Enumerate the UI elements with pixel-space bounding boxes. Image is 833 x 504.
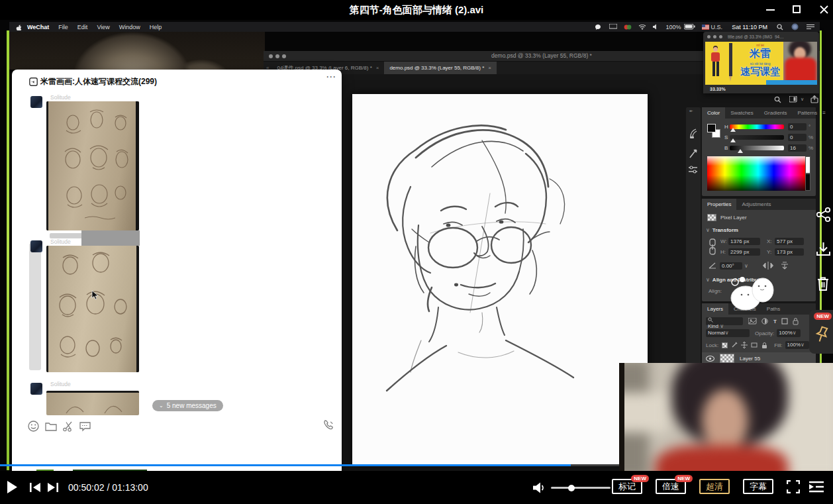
fill-dropdown[interactable]: 100%∨: [785, 341, 809, 349]
hue-slider[interactable]: [730, 125, 784, 129]
video-frame[interactable]: WeChat File Edit View Window Help 100% U…: [0, 20, 833, 471]
chat-image-sketch-1[interactable]: [46, 101, 139, 230]
filter-adjustment-icon[interactable]: [761, 318, 769, 325]
lock-all-icon[interactable]: [761, 342, 767, 349]
speed-button[interactable]: 倍速 NEW: [656, 479, 686, 494]
hue-value[interactable]: 0: [788, 123, 807, 130]
float-minimize-icon[interactable]: [713, 35, 716, 38]
workspace-chevron-icon[interactable]: ∨: [801, 97, 804, 102]
tab-swatches[interactable]: Swatches: [725, 107, 759, 119]
pin-panel[interactable]: NEW: [809, 310, 833, 354]
saturation-value[interactable]: 0: [788, 134, 807, 141]
volume-slider[interactable]: [551, 487, 611, 489]
spotlight-icon[interactable]: [777, 24, 783, 30]
spectrum-black-chip[interactable]: [805, 174, 810, 191]
siri-icon[interactable]: [791, 23, 799, 30]
wifi-icon[interactable]: [638, 24, 646, 30]
menu-file[interactable]: File: [58, 24, 68, 30]
volume-slider-thumb[interactable]: [568, 485, 575, 491]
close-button[interactable]: [820, 5, 828, 14]
wechat-status-icon[interactable]: [595, 24, 603, 30]
avatar[interactable]: [30, 383, 42, 395]
menubar-app-name[interactable]: WeChat: [27, 24, 49, 30]
saturation-slider[interactable]: [730, 135, 784, 140]
previous-button[interactable]: [30, 483, 40, 492]
play-button[interactable]: [7, 480, 18, 494]
layer-visibility-eye-icon[interactable]: [706, 356, 714, 362]
search-icon[interactable]: [774, 96, 781, 103]
color-spectrum-picker[interactable]: [707, 156, 805, 191]
input-region-label[interactable]: U.S.: [711, 24, 723, 30]
us-flag-icon[interactable]: [702, 25, 709, 30]
avatar[interactable]: [30, 96, 42, 108]
opacity-dropdown[interactable]: 100%∨: [777, 329, 801, 337]
document-tab-demo[interactable]: demo.psd @ 33.3% (Layer 55, RGB/8) *×: [384, 62, 497, 74]
lock-move-icon[interactable]: [741, 342, 748, 348]
tab-color[interactable]: Color: [702, 107, 725, 119]
brightness-slider-thumb[interactable]: [738, 149, 743, 153]
fullscreen-button[interactable]: [787, 480, 800, 493]
lock-paint-icon[interactable]: [731, 342, 738, 348]
screenshot-scissors-icon[interactable]: [63, 421, 74, 432]
history-brush-icon[interactable]: [689, 128, 698, 139]
filter-smart-icon[interactable]: [793, 318, 799, 325]
volume-icon[interactable]: [533, 482, 546, 493]
control-center-icon[interactable]: [807, 24, 814, 30]
menu-help[interactable]: Help: [150, 24, 162, 30]
blend-mode-dropdown[interactable]: Normal∨: [706, 329, 750, 337]
maximize-button[interactable]: [793, 5, 801, 13]
chat-more-button[interactable]: ⋯: [326, 71, 336, 83]
chat-image-sketch-3[interactable]: [46, 391, 139, 415]
float-zoom-level[interactable]: 33.33%: [710, 87, 726, 91]
filter-pixel-icon[interactable]: [748, 318, 757, 325]
photoshop-canvas[interactable]: [352, 94, 648, 465]
x-value[interactable]: 577 px: [775, 238, 804, 245]
minimize-button[interactable]: [766, 9, 775, 11]
trash-icon[interactable]: [815, 275, 831, 292]
menubar-clock[interactable]: Sat 11:10 PM: [732, 24, 767, 30]
quality-button[interactable]: 超清: [699, 479, 730, 494]
next-button[interactable]: [48, 483, 58, 492]
float-zoom-icon[interactable]: [719, 35, 722, 38]
chat-scrollbar[interactable]: [29, 243, 41, 370]
export-icon[interactable]: [810, 95, 818, 103]
foreground-color-swatch[interactable]: [707, 124, 716, 132]
lock-artboard-icon[interactable]: [751, 342, 758, 348]
panel-menu-icon[interactable]: ≡: [822, 110, 826, 116]
collapse-panels-icon[interactable]: ↞: [689, 109, 693, 114]
photoshop-float-window[interactable]: title.psd @ 33.3% (IMG_94… mǐ léi 米雷 sù …: [703, 32, 819, 93]
y-value[interactable]: 173 px: [775, 248, 804, 256]
transform-section-header[interactable]: ∨ Transform: [706, 227, 738, 233]
playlist-button[interactable]: [809, 481, 824, 493]
layer-thumbnail[interactable]: [720, 354, 734, 363]
angle-dropdown-icon[interactable]: ∨: [744, 263, 748, 269]
menu-edit[interactable]: Edit: [77, 24, 88, 30]
avatar[interactable]: [30, 240, 42, 252]
layer-name[interactable]: Layer 55: [740, 356, 760, 362]
folder-icon[interactable]: [45, 421, 57, 431]
saturation-slider-thumb[interactable]: [730, 138, 736, 142]
filter-type-icon[interactable]: T: [773, 319, 777, 325]
float-close-icon[interactable]: [707, 35, 710, 38]
chat-history-icon[interactable]: [79, 421, 91, 432]
adjust-sliders-icon[interactable]: [689, 166, 698, 174]
tab-gradients[interactable]: Gradients: [759, 107, 793, 119]
emoji-icon[interactable]: [28, 421, 39, 432]
share-icon[interactable]: [816, 207, 832, 223]
brightness-value[interactable]: 16: [788, 144, 807, 152]
link-dimensions-icon[interactable]: [709, 238, 716, 256]
kind-filter-dropdown[interactable]: Kind ∨: [706, 317, 743, 325]
workspace-icon[interactable]: [789, 96, 798, 103]
spectrum-white-chip[interactable]: [805, 156, 810, 174]
display-icon[interactable]: [609, 24, 617, 30]
eyedropper-icon[interactable]: [689, 148, 698, 159]
flip-vertical-icon[interactable]: [780, 262, 789, 270]
lock-transparent-icon[interactable]: [722, 342, 728, 348]
menu-window[interactable]: Window: [119, 24, 140, 30]
chat-image-sketch-2[interactable]: [46, 246, 139, 372]
hue-slider-thumb[interactable]: [730, 128, 736, 132]
mark-button[interactable]: 标记 NEW: [612, 479, 642, 494]
colorsync-icon[interactable]: [624, 24, 632, 30]
tab-properties[interactable]: Properties: [702, 199, 736, 210]
volume-icon[interactable]: [653, 24, 660, 30]
